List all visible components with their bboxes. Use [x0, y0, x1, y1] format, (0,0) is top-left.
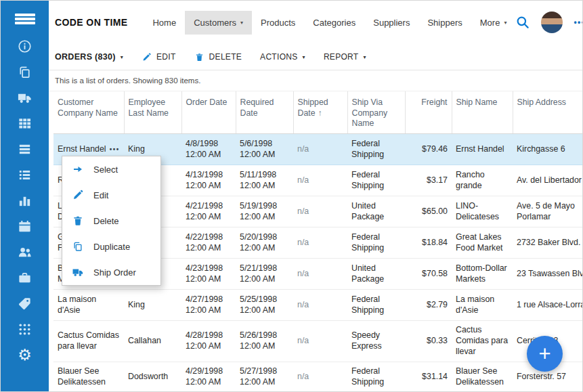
chevron-down-icon: ▾ — [240, 20, 243, 26]
sidebar-item-bar-chart[interactable] — [1, 188, 49, 213]
table-cell: 5/26/1998 12:00 AM — [236, 321, 293, 362]
table-cell: 4/21/1998 12:00 AM — [181, 196, 236, 227]
table-cell: Speedy Express — [347, 321, 405, 362]
menu-item-delete[interactable]: Delete — [62, 208, 160, 234]
toolbar: ORDERS (830) ▾ EDIT DELETE ACTIONS ▾ REP… — [49, 44, 582, 70]
table-cell: Cactus Comidas para llevar — [53, 321, 124, 362]
duplicate-copy-icon — [71, 240, 84, 253]
user-avatar[interactable] — [541, 12, 563, 33]
brand-logo: CODE ON TIME — [55, 17, 127, 28]
table-cell: n/a — [293, 259, 347, 290]
table-cell: La maison d'Asie — [452, 290, 513, 321]
sidebar-item-truck[interactable] — [1, 85, 49, 110]
sidebar-item-settings[interactable]: ⚙ — [1, 342, 49, 368]
edit-pencil-icon — [71, 189, 84, 202]
sidebar: ⚙ — [1, 1, 49, 391]
status-text: This is a list of orders. Showing 830 it… — [55, 77, 200, 85]
view-selector-button[interactable]: ORDERS (830) ▾ — [55, 52, 123, 62]
copy-icon — [17, 64, 33, 80]
sidebar-item-tag[interactable] — [1, 290, 49, 316]
table-cell: n/a — [293, 290, 347, 321]
table-cell: $79.46 — [405, 134, 452, 165]
table-row[interactable]: La maison d'AsieKing4/27/1998 12:00 AM5/… — [53, 290, 582, 321]
table-cell: 4/23/1998 12:00 AM — [181, 259, 236, 290]
table-cell: Rancho grande — [452, 165, 513, 196]
table-cell: 4/29/1998 12:00 AM — [181, 362, 236, 391]
users-icon — [17, 244, 33, 260]
nav-item-suppliers[interactable]: Suppliers — [364, 11, 418, 35]
table-cell: 1 rue Alsace-Lorraine — [513, 290, 582, 321]
table-cell: Blauer See Delikatessen — [53, 362, 124, 391]
table-row[interactable]: Blauer See DelikatessenDodsworth4/29/199… — [53, 362, 582, 391]
report-button[interactable]: REPORT ▾ — [324, 52, 366, 62]
select-arrow-icon — [71, 163, 84, 176]
calendar-icon — [17, 219, 33, 234]
context-menu: Select Edit Delete Duplicate Ship Order — [62, 156, 161, 286]
column-header[interactable]: Customer Company Name — [53, 91, 124, 134]
add-record-fab[interactable]: + — [527, 336, 563, 372]
nav-item-shippers[interactable]: Shippers — [418, 11, 471, 35]
column-header[interactable]: Ship Name — [452, 91, 513, 134]
column-header[interactable]: Order Date — [181, 91, 236, 134]
chevron-down-icon: ▾ — [121, 54, 123, 60]
nav-item-home[interactable]: Home — [144, 11, 185, 35]
table-row[interactable]: Cactus Comidas para llevarCallahan4/28/1… — [53, 321, 582, 362]
table-cell: 5/20/1998 12:00 AM — [236, 227, 293, 259]
rows-icon — [17, 141, 33, 157]
search-button[interactable] — [515, 15, 530, 30]
menu-item-duplicate[interactable]: Duplicate — [62, 234, 160, 259]
column-header[interactable]: Freight — [405, 91, 452, 134]
column-header[interactable]: Employee Last Name — [124, 91, 181, 134]
table-cell: 5/27/1998 12:00 AM — [236, 362, 293, 391]
table-cell: La maison d'Asie — [53, 290, 124, 321]
table-cell: n/a — [293, 196, 347, 227]
table-cell: Ave. 5 de Mayo Porlamar — [513, 196, 582, 227]
actions-button[interactable]: ACTIONS ▾ — [260, 52, 305, 62]
column-header[interactable]: Ship Address — [513, 91, 582, 134]
delete-button[interactable]: DELETE — [194, 52, 242, 62]
nav-item-more[interactable]: More▾ — [471, 11, 516, 35]
main-nav: Home Customers▾ Products Categories Supp… — [144, 11, 515, 35]
sidebar-item-calendar[interactable] — [1, 213, 49, 239]
nav-item-categories[interactable]: Categories — [304, 11, 364, 35]
menu-item-edit[interactable]: Edit — [62, 182, 160, 208]
column-header[interactable]: Required Date — [236, 91, 293, 134]
nav-item-customers[interactable]: Customers▾ — [185, 11, 252, 35]
table-cell: Great Lakes Food Market — [452, 227, 513, 259]
edit-button[interactable]: EDIT — [142, 52, 176, 62]
sidebar-item-users[interactable] — [1, 239, 49, 265]
table-cell: $0.33 — [405, 321, 452, 362]
table-cell: 4/28/1998 12:00 AM — [181, 321, 236, 362]
overflow-menu-button[interactable]: ••• — [574, 18, 583, 27]
table-cell: Federal Shipping — [347, 165, 405, 196]
ship-truck-icon — [71, 266, 84, 279]
table-cell: $3.17 — [405, 165, 452, 196]
top-header: CODE ON TIME Home Customers▾ Products Ca… — [49, 1, 582, 44]
sidebar-item-rows[interactable] — [1, 136, 49, 162]
menu-item-ship-order[interactable]: Ship Order — [62, 259, 160, 285]
sidebar-item-menu[interactable] — [15, 10, 35, 28]
table-cell: $65.00 — [405, 196, 452, 227]
table-cell: $70.58 — [405, 259, 452, 290]
column-header[interactable]: Ship Via Company Name — [347, 91, 405, 134]
table-cell: Federal Shipping — [347, 290, 405, 321]
menu-item-select[interactable]: Select — [62, 156, 160, 182]
sidebar-item-grid[interactable] — [1, 110, 49, 136]
sidebar-item-info[interactable] — [1, 33, 49, 59]
table-cell: 2732 Baker Blvd. — [513, 227, 582, 259]
table-cell: United Package — [347, 196, 405, 227]
row-context-menu-trigger[interactable]: ••• — [110, 146, 120, 153]
table-cell: Blauer See Delikatessen — [452, 362, 513, 391]
sidebar-item-briefcase[interactable] — [1, 265, 49, 290]
nav-item-products[interactable]: Products — [252, 11, 304, 35]
chevron-down-icon: ▾ — [363, 54, 366, 60]
table-cell: n/a — [293, 134, 347, 165]
sidebar-item-bullet-list[interactable] — [1, 162, 49, 188]
status-bar: This is a list of orders. Showing 830 it… — [49, 70, 582, 91]
sidebar-item-apps[interactable] — [1, 316, 49, 342]
apps-icon — [17, 322, 33, 337]
sidebar-item-copy[interactable] — [1, 59, 49, 85]
table-header-row: Customer Company NameEmployee Last NameO… — [53, 91, 582, 134]
column-header[interactable]: Shipped Date↑ — [293, 91, 347, 134]
sort-ascending-icon: ↑ — [318, 108, 322, 118]
